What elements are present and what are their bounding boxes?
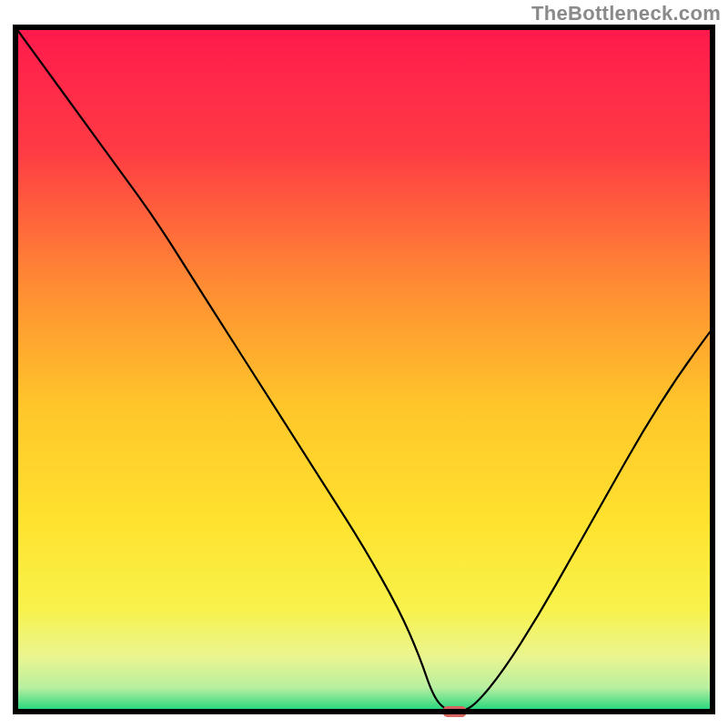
gradient-background	[15, 27, 713, 712]
bottleneck-chart	[0, 0, 728, 728]
chart-canvas: TheBottleneck.com	[0, 0, 728, 728]
plot-area	[15, 27, 713, 717]
